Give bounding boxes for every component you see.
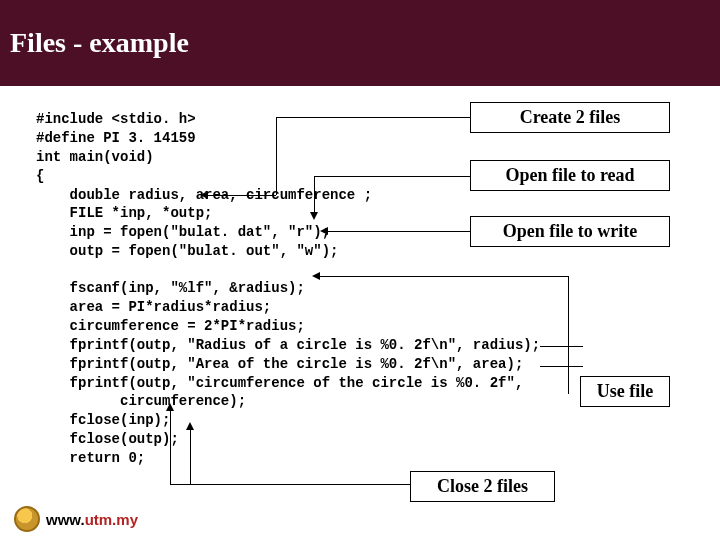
connector-read	[314, 176, 470, 177]
code-block-2: fscanf(inp, "%lf", &radius); area = PI*r…	[36, 279, 684, 468]
arrow-read	[310, 212, 318, 220]
label-create-2-files: Create 2 files	[470, 102, 670, 133]
slide-body: #include <stdio. h> #define PI 3. 14159 …	[0, 86, 720, 478]
connector-write	[326, 231, 470, 232]
connector-use-bot	[540, 346, 583, 347]
slide-title: Files - example	[10, 27, 189, 59]
slide-title-bar: Files - example	[0, 0, 720, 86]
connector-read-vert	[314, 176, 315, 214]
connector-create-bottom	[206, 195, 276, 196]
arrow-close-1	[166, 403, 174, 411]
brand-www: www.	[46, 511, 85, 528]
arrow-close-2	[186, 422, 194, 430]
label-use-file: Use file	[580, 376, 670, 407]
utm-logo-icon	[14, 506, 40, 532]
connector-close-h	[170, 484, 410, 485]
connector-use-top	[318, 276, 568, 277]
brand-domain: utm.my	[85, 511, 138, 528]
connector-use-vert	[568, 276, 569, 394]
connector-create-vert	[276, 117, 277, 195]
footer-brand: www.utm.my	[14, 506, 138, 532]
arrow-write	[320, 227, 328, 235]
connector-create-top	[276, 117, 470, 118]
label-open-write: Open file to write	[470, 216, 670, 247]
connector-close-v1	[170, 409, 171, 484]
arrow-create	[200, 191, 208, 199]
brand-text: www.utm.my	[46, 511, 138, 528]
connector-use-mid	[540, 366, 583, 367]
label-close-2-files: Close 2 files	[410, 471, 555, 502]
connector-close-v2	[190, 428, 191, 484]
label-open-read: Open file to read	[470, 160, 670, 191]
arrow-use	[312, 272, 320, 280]
